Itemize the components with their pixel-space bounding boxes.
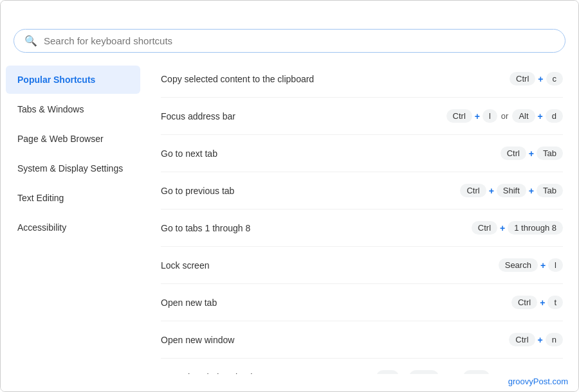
shortcut-keys: Ctrl+lorAlt+d: [446, 109, 563, 123]
search-container: 🔍: [1, 24, 578, 60]
key-badge: c: [546, 72, 564, 85]
key-plus: +: [529, 148, 534, 159]
key-badge: Alt: [512, 109, 535, 123]
key-badge: Ctrl: [509, 333, 535, 346]
key-badge: Ctrl: [446, 109, 472, 123]
shortcut-row: Open the window that hasPress and holdAl…: [161, 359, 563, 374]
key-badge: n: [546, 333, 563, 346]
key-badge: Shift: [497, 184, 526, 197]
key-badge: Ctrl: [511, 296, 537, 309]
sidebar-item-text-editing[interactable]: Text Editing: [6, 184, 140, 212]
search-icon: 🔍: [24, 35, 37, 47]
watermark-text: groovyPost.com: [508, 377, 568, 386]
shortcut-description: Open new window: [161, 335, 509, 345]
shortcut-row: Go to tabs 1 through 8Ctrl+1 through 8: [161, 209, 563, 247]
key-plus: +: [489, 186, 494, 196]
shortcut-description: Go to previous tab: [161, 186, 460, 196]
key-badge: Tab: [537, 147, 563, 160]
search-input[interactable]: [44, 35, 555, 46]
shortcut-row: Go to next tabCtrl+Tab: [161, 135, 563, 172]
key-plus: +: [529, 186, 534, 196]
key-badge: Tab: [537, 184, 563, 197]
shortcut-keys: Ctrl+1 through 8: [472, 221, 563, 235]
shortcut-row: Copy selected content to the clipboardCt…: [161, 60, 563, 98]
key-plus: +: [540, 298, 545, 308]
key-badge: d: [546, 109, 563, 123]
key-plus: +: [538, 111, 543, 121]
key-plus: +: [500, 223, 505, 233]
shortcut-row: Lock screenSearch+l: [161, 247, 563, 284]
sidebar-item-tabs-windows[interactable]: Tabs & Windows: [6, 95, 140, 123]
sidebar-item-system-display-settings[interactable]: System & Display Settings: [6, 154, 140, 183]
shortcut-keys: Ctrl+t: [511, 296, 563, 309]
main-layout: Popular ShortcutsTabs & WindowsPage & We…: [1, 60, 578, 374]
key-plus: +: [538, 335, 543, 345]
key-badge: Search: [499, 258, 538, 272]
minimize-button[interactable]: [542, 6, 554, 18]
shortcut-description: Copy selected content to the clipboard: [161, 74, 510, 84]
close-button[interactable]: [559, 6, 571, 18]
key-plus: +: [475, 111, 480, 121]
shortcut-keys: Ctrl+c: [510, 72, 563, 85]
shortcut-description: Go to next tab: [161, 148, 501, 159]
shortcut-description: Go to tabs 1 through 8: [161, 223, 472, 233]
titlebar: [1, 1, 578, 24]
shortcut-description: Open new tab: [161, 298, 511, 308]
key-plus: +: [538, 74, 543, 84]
key-badge: l: [548, 258, 563, 272]
key-badge: Ctrl: [460, 184, 486, 197]
sidebar-item-page-web-browser[interactable]: Page & Web Browser: [6, 125, 140, 153]
key-or: or: [501, 111, 509, 121]
shortcut-description: Lock screen: [161, 260, 499, 271]
key-badge: t: [547, 296, 563, 309]
search-bar[interactable]: 🔍: [14, 29, 565, 53]
sidebar-item-accessibility[interactable]: Accessibility: [6, 213, 140, 242]
key-badge: l: [482, 109, 497, 123]
key-plus: +: [540, 260, 546, 271]
sidebar: Popular ShortcutsTabs & WindowsPage & We…: [1, 60, 145, 374]
sidebar-item-popular-shortcuts[interactable]: Popular Shortcuts: [6, 66, 140, 94]
key-badge: Ctrl: [510, 72, 535, 85]
shortcut-row: Go to previous tabCtrl+Shift+Tab: [161, 172, 563, 209]
key-badge: Ctrl: [472, 221, 497, 235]
shortcut-row: Focus address barCtrl+lorAlt+d: [161, 98, 563, 135]
shortcut-keys: Ctrl+n: [509, 333, 563, 346]
shortcut-keys: Ctrl+Tab: [501, 147, 563, 160]
shortcut-row: Open new windowCtrl+n: [161, 321, 563, 359]
key-badge: 1 through 8: [508, 221, 563, 235]
content-area: Copy selected content to the clipboardCt…: [145, 60, 578, 374]
shortcut-keys: Ctrl+Shift+Tab: [460, 184, 563, 197]
watermark: groovyPost.com: [1, 374, 578, 391]
shortcut-keys: Search+l: [499, 258, 563, 272]
shortcut-row: Open new tabCtrl+t: [161, 284, 563, 321]
key-badge: Ctrl: [501, 147, 526, 160]
shortcut-description: Focus address bar: [161, 111, 446, 121]
